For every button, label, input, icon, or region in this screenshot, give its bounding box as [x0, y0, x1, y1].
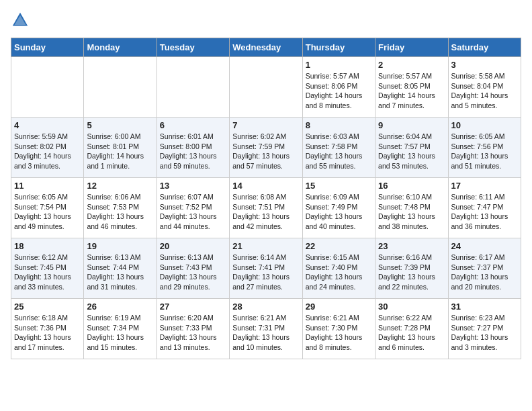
calendar-cell: [157, 57, 229, 118]
calendar-cell: 18Sunrise: 6:12 AM Sunset: 7:45 PM Dayli…: [11, 238, 84, 299]
day-number: 14: [232, 181, 299, 191]
calendar-cell: 3Sunrise: 5:58 AM Sunset: 8:04 PM Daylig…: [448, 57, 521, 118]
day-number: 27: [160, 302, 226, 312]
day-info: Sunrise: 6:05 AM Sunset: 7:56 PM Dayligh…: [451, 132, 518, 171]
calendar-cell: 29Sunrise: 6:21 AM Sunset: 7:30 PM Dayli…: [302, 299, 375, 359]
day-number: 5: [87, 120, 153, 130]
day-info: Sunrise: 6:07 AM Sunset: 7:52 PM Dayligh…: [160, 192, 226, 232]
calendar-cell: 27Sunrise: 6:20 AM Sunset: 7:33 PM Dayli…: [157, 299, 229, 359]
calendar-cell: 26Sunrise: 6:19 AM Sunset: 7:34 PM Dayli…: [84, 299, 157, 359]
day-info: Sunrise: 6:14 AM Sunset: 7:41 PM Dayligh…: [232, 253, 299, 292]
calendar-cell: 15Sunrise: 6:09 AM Sunset: 7:49 PM Dayli…: [302, 178, 375, 238]
calendar-cell: 17Sunrise: 6:11 AM Sunset: 7:47 PM Dayli…: [448, 178, 521, 238]
calendar-cell: 24Sunrise: 6:17 AM Sunset: 7:37 PM Dayli…: [448, 238, 521, 299]
day-number: 3: [451, 60, 518, 70]
day-number: 16: [378, 181, 445, 191]
day-info: Sunrise: 6:16 AM Sunset: 7:39 PM Dayligh…: [378, 253, 445, 292]
day-number: 18: [14, 241, 81, 251]
day-info: Sunrise: 6:06 AM Sunset: 7:53 PM Dayligh…: [87, 192, 153, 232]
calendar-cell: 21Sunrise: 6:14 AM Sunset: 7:41 PM Dayli…: [230, 238, 302, 299]
day-number: 25: [14, 302, 81, 312]
day-number: 17: [451, 181, 518, 191]
calendar-cell: 30Sunrise: 6:22 AM Sunset: 7:28 PM Dayli…: [375, 299, 448, 359]
col-header-thursday: Thursday: [302, 38, 375, 57]
calendar-cell: 6Sunrise: 6:01 AM Sunset: 8:00 PM Daylig…: [157, 118, 229, 178]
day-info: Sunrise: 6:18 AM Sunset: 7:36 PM Dayligh…: [14, 313, 81, 353]
calendar-cell: 7Sunrise: 6:02 AM Sunset: 7:59 PM Daylig…: [230, 118, 302, 178]
day-info: Sunrise: 6:19 AM Sunset: 7:34 PM Dayligh…: [87, 313, 153, 353]
day-number: 2: [378, 60, 445, 70]
calendar-cell: [84, 57, 157, 118]
day-number: 13: [160, 181, 226, 191]
calendar-cell: 31Sunrise: 6:23 AM Sunset: 7:27 PM Dayli…: [448, 299, 521, 359]
day-info: Sunrise: 6:00 AM Sunset: 8:01 PM Dayligh…: [87, 132, 153, 171]
day-number: 19: [87, 241, 153, 251]
day-info: Sunrise: 6:13 AM Sunset: 7:44 PM Dayligh…: [87, 253, 153, 292]
day-number: 11: [14, 181, 81, 191]
day-info: Sunrise: 6:17 AM Sunset: 7:37 PM Dayligh…: [451, 253, 518, 292]
calendar-cell: 12Sunrise: 6:06 AM Sunset: 7:53 PM Dayli…: [84, 178, 157, 238]
calendar-cell: 16Sunrise: 6:10 AM Sunset: 7:48 PM Dayli…: [375, 178, 448, 238]
day-info: Sunrise: 6:04 AM Sunset: 7:57 PM Dayligh…: [378, 132, 445, 171]
calendar-cell: 22Sunrise: 6:15 AM Sunset: 7:40 PM Dayli…: [302, 238, 375, 299]
day-number: 8: [306, 120, 372, 130]
day-info: Sunrise: 6:21 AM Sunset: 7:31 PM Dayligh…: [232, 313, 299, 353]
day-number: 12: [87, 181, 153, 191]
day-number: 10: [451, 120, 518, 130]
day-info: Sunrise: 6:08 AM Sunset: 7:51 PM Dayligh…: [232, 192, 299, 232]
day-number: 26: [87, 302, 153, 312]
day-number: 29: [306, 302, 372, 312]
day-info: Sunrise: 6:20 AM Sunset: 7:33 PM Dayligh…: [160, 313, 226, 353]
day-number: 31: [451, 302, 518, 312]
day-number: 20: [160, 241, 226, 251]
day-info: Sunrise: 5:59 AM Sunset: 8:02 PM Dayligh…: [14, 132, 81, 171]
day-info: Sunrise: 6:03 AM Sunset: 7:58 PM Dayligh…: [306, 132, 372, 171]
day-number: 21: [232, 241, 299, 251]
day-info: Sunrise: 6:12 AM Sunset: 7:45 PM Dayligh…: [14, 253, 81, 292]
day-info: Sunrise: 6:21 AM Sunset: 7:30 PM Dayligh…: [306, 313, 372, 353]
calendar-cell: 28Sunrise: 6:21 AM Sunset: 7:31 PM Dayli…: [230, 299, 302, 359]
calendar-cell: [230, 57, 302, 118]
day-number: 23: [378, 241, 445, 251]
calendar-cell: 1Sunrise: 5:57 AM Sunset: 8:06 PM Daylig…: [302, 57, 375, 118]
day-info: Sunrise: 6:02 AM Sunset: 7:59 PM Dayligh…: [232, 132, 299, 171]
day-number: 22: [306, 241, 372, 251]
col-header-sunday: Sunday: [11, 38, 84, 57]
day-info: Sunrise: 6:01 AM Sunset: 8:00 PM Dayligh…: [160, 132, 226, 171]
day-info: Sunrise: 6:09 AM Sunset: 7:49 PM Dayligh…: [306, 192, 372, 232]
day-number: 30: [378, 302, 445, 312]
calendar-cell: 14Sunrise: 6:08 AM Sunset: 7:51 PM Dayli…: [230, 178, 302, 238]
day-number: 1: [306, 60, 372, 70]
header: [11, 11, 521, 30]
calendar-cell: 19Sunrise: 6:13 AM Sunset: 7:44 PM Dayli…: [84, 238, 157, 299]
calendar-cell: 23Sunrise: 6:16 AM Sunset: 7:39 PM Dayli…: [375, 238, 448, 299]
calendar-cell: 9Sunrise: 6:04 AM Sunset: 7:57 PM Daylig…: [375, 118, 448, 178]
col-header-tuesday: Tuesday: [157, 38, 229, 57]
logo-icon: [11, 11, 30, 30]
col-header-friday: Friday: [375, 38, 448, 57]
calendar-cell: [11, 57, 84, 118]
calendar-cell: 5Sunrise: 6:00 AM Sunset: 8:01 PM Daylig…: [84, 118, 157, 178]
calendar-cell: 8Sunrise: 6:03 AM Sunset: 7:58 PM Daylig…: [302, 118, 375, 178]
day-number: 15: [306, 181, 372, 191]
day-info: Sunrise: 6:22 AM Sunset: 7:28 PM Dayligh…: [378, 313, 445, 353]
calendar-cell: 4Sunrise: 5:59 AM Sunset: 8:02 PM Daylig…: [11, 118, 84, 178]
col-header-monday: Monday: [84, 38, 157, 57]
day-info: Sunrise: 6:10 AM Sunset: 7:48 PM Dayligh…: [378, 192, 445, 232]
day-number: 6: [160, 120, 226, 130]
day-info: Sunrise: 6:23 AM Sunset: 7:27 PM Dayligh…: [451, 313, 518, 353]
day-info: Sunrise: 6:15 AM Sunset: 7:40 PM Dayligh…: [306, 253, 372, 292]
day-number: 24: [451, 241, 518, 251]
day-info: Sunrise: 6:11 AM Sunset: 7:47 PM Dayligh…: [451, 192, 518, 232]
day-number: 28: [232, 302, 299, 312]
day-number: 4: [14, 120, 81, 130]
day-info: Sunrise: 5:58 AM Sunset: 8:04 PM Dayligh…: [451, 71, 518, 111]
day-info: Sunrise: 6:05 AM Sunset: 7:54 PM Dayligh…: [14, 192, 81, 232]
col-header-saturday: Saturday: [448, 38, 521, 57]
col-header-wednesday: Wednesday: [230, 38, 302, 57]
logo: [11, 11, 32, 30]
calendar-cell: 25Sunrise: 6:18 AM Sunset: 7:36 PM Dayli…: [11, 299, 84, 359]
calendar-cell: 2Sunrise: 5:57 AM Sunset: 8:05 PM Daylig…: [375, 57, 448, 118]
calendar-cell: 10Sunrise: 6:05 AM Sunset: 7:56 PM Dayli…: [448, 118, 521, 178]
day-number: 7: [232, 120, 299, 130]
